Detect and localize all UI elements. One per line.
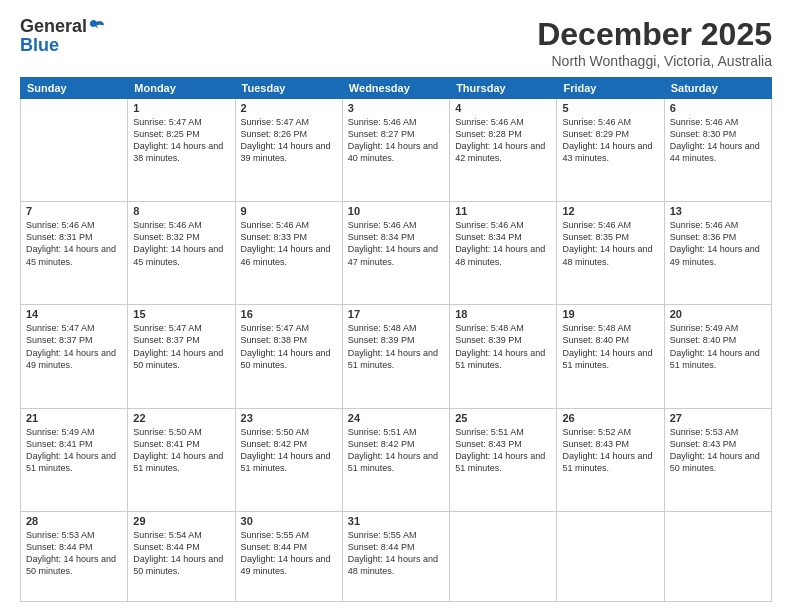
cell-info: Sunrise: 5:52 AMSunset: 8:43 PMDaylight:… <box>562 426 658 475</box>
cell-info: Sunrise: 5:46 AMSunset: 8:36 PMDaylight:… <box>670 219 766 268</box>
day-number: 4 <box>455 102 551 114</box>
table-row: 23Sunrise: 5:50 AMSunset: 8:42 PMDayligh… <box>235 408 342 511</box>
day-number: 15 <box>133 308 229 320</box>
table-row: 8Sunrise: 5:46 AMSunset: 8:32 PMDaylight… <box>128 202 235 305</box>
day-number: 21 <box>26 412 122 424</box>
cell-info: Sunrise: 5:55 AMSunset: 8:44 PMDaylight:… <box>348 529 444 578</box>
table-row: 28Sunrise: 5:53 AMSunset: 8:44 PMDayligh… <box>21 511 128 601</box>
day-number: 12 <box>562 205 658 217</box>
calendar-week-row: 1Sunrise: 5:47 AMSunset: 8:25 PMDaylight… <box>21 99 772 202</box>
cell-info: Sunrise: 5:46 AMSunset: 8:31 PMDaylight:… <box>26 219 122 268</box>
cell-info: Sunrise: 5:50 AMSunset: 8:42 PMDaylight:… <box>241 426 337 475</box>
header-saturday: Saturday <box>664 78 771 99</box>
cell-info: Sunrise: 5:46 AMSunset: 8:30 PMDaylight:… <box>670 116 766 165</box>
title-block: December 2025 North Wonthaggi, Victoria,… <box>537 16 772 69</box>
day-number: 8 <box>133 205 229 217</box>
header-thursday: Thursday <box>450 78 557 99</box>
header: General Blue December 2025 North Wonthag… <box>20 16 772 69</box>
cell-info: Sunrise: 5:51 AMSunset: 8:43 PMDaylight:… <box>455 426 551 475</box>
day-number: 29 <box>133 515 229 527</box>
day-number: 17 <box>348 308 444 320</box>
header-monday: Monday <box>128 78 235 99</box>
table-row: 15Sunrise: 5:47 AMSunset: 8:37 PMDayligh… <box>128 305 235 408</box>
table-row: 20Sunrise: 5:49 AMSunset: 8:40 PMDayligh… <box>664 305 771 408</box>
day-number: 28 <box>26 515 122 527</box>
day-number: 26 <box>562 412 658 424</box>
day-number: 18 <box>455 308 551 320</box>
day-number: 3 <box>348 102 444 114</box>
table-row: 18Sunrise: 5:48 AMSunset: 8:39 PMDayligh… <box>450 305 557 408</box>
day-number: 13 <box>670 205 766 217</box>
cell-info: Sunrise: 5:49 AMSunset: 8:40 PMDaylight:… <box>670 322 766 371</box>
table-row: 6Sunrise: 5:46 AMSunset: 8:30 PMDaylight… <box>664 99 771 202</box>
table-row: 3Sunrise: 5:46 AMSunset: 8:27 PMDaylight… <box>342 99 449 202</box>
day-number: 6 <box>670 102 766 114</box>
table-row: 25Sunrise: 5:51 AMSunset: 8:43 PMDayligh… <box>450 408 557 511</box>
calendar-week-row: 7Sunrise: 5:46 AMSunset: 8:31 PMDaylight… <box>21 202 772 305</box>
cell-info: Sunrise: 5:48 AMSunset: 8:39 PMDaylight:… <box>348 322 444 371</box>
calendar-week-row: 14Sunrise: 5:47 AMSunset: 8:37 PMDayligh… <box>21 305 772 408</box>
logo: General Blue <box>20 16 107 56</box>
cell-info: Sunrise: 5:47 AMSunset: 8:26 PMDaylight:… <box>241 116 337 165</box>
table-row: 24Sunrise: 5:51 AMSunset: 8:42 PMDayligh… <box>342 408 449 511</box>
calendar-week-row: 28Sunrise: 5:53 AMSunset: 8:44 PMDayligh… <box>21 511 772 601</box>
cell-info: Sunrise: 5:48 AMSunset: 8:39 PMDaylight:… <box>455 322 551 371</box>
table-row: 16Sunrise: 5:47 AMSunset: 8:38 PMDayligh… <box>235 305 342 408</box>
table-row: 1Sunrise: 5:47 AMSunset: 8:25 PMDaylight… <box>128 99 235 202</box>
weekday-header-row: Sunday Monday Tuesday Wednesday Thursday… <box>21 78 772 99</box>
header-friday: Friday <box>557 78 664 99</box>
table-row: 11Sunrise: 5:46 AMSunset: 8:34 PMDayligh… <box>450 202 557 305</box>
table-row <box>664 511 771 601</box>
table-row: 17Sunrise: 5:48 AMSunset: 8:39 PMDayligh… <box>342 305 449 408</box>
table-row: 21Sunrise: 5:49 AMSunset: 8:41 PMDayligh… <box>21 408 128 511</box>
table-row <box>557 511 664 601</box>
day-number: 14 <box>26 308 122 320</box>
table-row: 26Sunrise: 5:52 AMSunset: 8:43 PMDayligh… <box>557 408 664 511</box>
cell-info: Sunrise: 5:49 AMSunset: 8:41 PMDaylight:… <box>26 426 122 475</box>
table-row <box>21 99 128 202</box>
day-number: 20 <box>670 308 766 320</box>
cell-info: Sunrise: 5:51 AMSunset: 8:42 PMDaylight:… <box>348 426 444 475</box>
cell-info: Sunrise: 5:47 AMSunset: 8:38 PMDaylight:… <box>241 322 337 371</box>
cell-info: Sunrise: 5:46 AMSunset: 8:32 PMDaylight:… <box>133 219 229 268</box>
table-row: 7Sunrise: 5:46 AMSunset: 8:31 PMDaylight… <box>21 202 128 305</box>
page: General Blue December 2025 North Wonthag… <box>0 0 792 612</box>
cell-info: Sunrise: 5:46 AMSunset: 8:28 PMDaylight:… <box>455 116 551 165</box>
table-row: 29Sunrise: 5:54 AMSunset: 8:44 PMDayligh… <box>128 511 235 601</box>
table-row: 22Sunrise: 5:50 AMSunset: 8:41 PMDayligh… <box>128 408 235 511</box>
cell-info: Sunrise: 5:55 AMSunset: 8:44 PMDaylight:… <box>241 529 337 578</box>
table-row: 30Sunrise: 5:55 AMSunset: 8:44 PMDayligh… <box>235 511 342 601</box>
table-row: 14Sunrise: 5:47 AMSunset: 8:37 PMDayligh… <box>21 305 128 408</box>
day-number: 19 <box>562 308 658 320</box>
day-number: 24 <box>348 412 444 424</box>
table-row: 31Sunrise: 5:55 AMSunset: 8:44 PMDayligh… <box>342 511 449 601</box>
day-number: 11 <box>455 205 551 217</box>
day-number: 10 <box>348 205 444 217</box>
table-row: 4Sunrise: 5:46 AMSunset: 8:28 PMDaylight… <box>450 99 557 202</box>
day-number: 9 <box>241 205 337 217</box>
header-wednesday: Wednesday <box>342 78 449 99</box>
logo-blue-text: Blue <box>20 35 59 56</box>
cell-info: Sunrise: 5:46 AMSunset: 8:34 PMDaylight:… <box>348 219 444 268</box>
cell-info: Sunrise: 5:46 AMSunset: 8:35 PMDaylight:… <box>562 219 658 268</box>
table-row: 19Sunrise: 5:48 AMSunset: 8:40 PMDayligh… <box>557 305 664 408</box>
day-number: 25 <box>455 412 551 424</box>
table-row: 9Sunrise: 5:46 AMSunset: 8:33 PMDaylight… <box>235 202 342 305</box>
calendar-week-row: 21Sunrise: 5:49 AMSunset: 8:41 PMDayligh… <box>21 408 772 511</box>
cell-info: Sunrise: 5:53 AMSunset: 8:44 PMDaylight:… <box>26 529 122 578</box>
day-number: 7 <box>26 205 122 217</box>
logo-bird-icon <box>89 18 107 36</box>
cell-info: Sunrise: 5:46 AMSunset: 8:29 PMDaylight:… <box>562 116 658 165</box>
header-tuesday: Tuesday <box>235 78 342 99</box>
table-row: 2Sunrise: 5:47 AMSunset: 8:26 PMDaylight… <box>235 99 342 202</box>
day-number: 31 <box>348 515 444 527</box>
cell-info: Sunrise: 5:46 AMSunset: 8:34 PMDaylight:… <box>455 219 551 268</box>
cell-info: Sunrise: 5:48 AMSunset: 8:40 PMDaylight:… <box>562 322 658 371</box>
cell-info: Sunrise: 5:46 AMSunset: 8:27 PMDaylight:… <box>348 116 444 165</box>
cell-info: Sunrise: 5:53 AMSunset: 8:43 PMDaylight:… <box>670 426 766 475</box>
cell-info: Sunrise: 5:54 AMSunset: 8:44 PMDaylight:… <box>133 529 229 578</box>
table-row: 12Sunrise: 5:46 AMSunset: 8:35 PMDayligh… <box>557 202 664 305</box>
cell-info: Sunrise: 5:46 AMSunset: 8:33 PMDaylight:… <box>241 219 337 268</box>
table-row: 27Sunrise: 5:53 AMSunset: 8:43 PMDayligh… <box>664 408 771 511</box>
day-number: 16 <box>241 308 337 320</box>
